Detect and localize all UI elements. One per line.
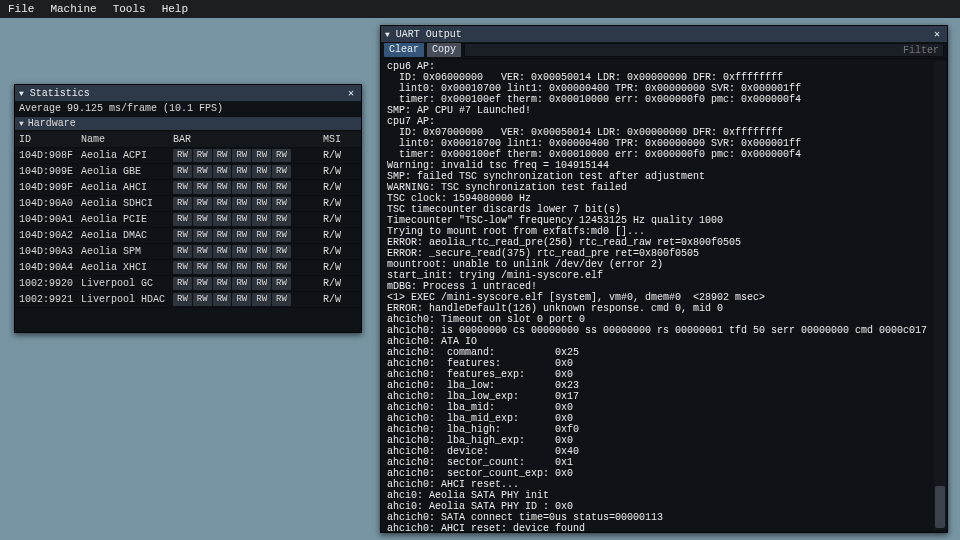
uart-titlebar[interactable]: UART Output ✕ — [381, 26, 947, 42]
rw-chip[interactable]: RW — [213, 277, 232, 290]
hw-msi: R/W — [319, 260, 361, 276]
rw-chip[interactable]: RW — [173, 277, 192, 290]
rw-chip[interactable]: RW — [272, 197, 291, 210]
rw-chip[interactable]: RW — [213, 293, 232, 306]
rw-chip[interactable]: RW — [213, 229, 232, 242]
rw-chip[interactable]: RW — [272, 277, 291, 290]
hw-bar: RWRWRWRWRWRW — [169, 244, 319, 260]
rw-chip[interactable]: RW — [232, 293, 251, 306]
rw-chip[interactable]: RW — [252, 229, 271, 242]
hw-name: Liverpool HDAC — [77, 292, 169, 308]
rw-chip[interactable]: RW — [232, 261, 251, 274]
rw-chip[interactable]: RW — [252, 277, 271, 290]
rw-chip[interactable]: RW — [173, 149, 192, 162]
menu-machine[interactable]: Machine — [46, 2, 100, 16]
rw-chip[interactable]: RW — [213, 261, 232, 274]
menu-file[interactable]: File — [4, 2, 38, 16]
rw-chip[interactable]: RW — [232, 165, 251, 178]
rw-chip[interactable]: RW — [173, 229, 192, 242]
rw-chip[interactable]: RW — [193, 197, 212, 210]
rw-chip[interactable]: RW — [193, 181, 212, 194]
rw-chip[interactable]: RW — [232, 197, 251, 210]
rw-chip[interactable]: RW — [272, 245, 291, 258]
uart-scrollbar[interactable] — [934, 61, 946, 530]
rw-chip[interactable]: RW — [173, 261, 192, 274]
uart-log-body: cpu6 AP: ID: 0x06000000 VER: 0x00050014 … — [381, 59, 947, 532]
hw-id: 1002:9920 — [15, 276, 77, 292]
rw-chip[interactable]: RW — [252, 261, 271, 274]
rw-chip[interactable]: RW — [193, 213, 212, 226]
table-row: 104D:908FAeolia ACPIRWRWRWRWRWRWR/W — [15, 148, 361, 164]
rw-chip[interactable]: RW — [272, 261, 291, 274]
rw-chip[interactable]: RW — [213, 149, 232, 162]
hw-bar: RWRWRWRWRWRW — [169, 292, 319, 308]
uart-scrollbar-thumb[interactable] — [935, 486, 945, 528]
rw-chip[interactable]: RW — [213, 181, 232, 194]
hw-id: 104D:90A2 — [15, 228, 77, 244]
rw-chip[interactable]: RW — [193, 149, 212, 162]
rw-chip[interactable]: RW — [173, 293, 192, 306]
hw-bar: RWRWRWRWRWRW — [169, 180, 319, 196]
table-row: 1002:9921Liverpool HDACRWRWRWRWRWRWR/W — [15, 292, 361, 308]
rw-chip[interactable]: RW — [213, 245, 232, 258]
hw-id: 104D:90A3 — [15, 244, 77, 260]
filter-input[interactable] — [464, 43, 944, 57]
rw-chip[interactable]: RW — [252, 149, 271, 162]
rw-chip[interactable]: RW — [193, 261, 212, 274]
hw-msi: R/W — [319, 276, 361, 292]
rw-chip[interactable]: RW — [272, 181, 291, 194]
copy-button[interactable]: Copy — [427, 43, 461, 57]
collapse-icon[interactable] — [19, 118, 24, 129]
rw-chip[interactable]: RW — [193, 245, 212, 258]
rw-chip[interactable]: RW — [272, 229, 291, 242]
rw-chip[interactable]: RW — [193, 165, 212, 178]
hw-name: Aeolia GBE — [77, 164, 169, 180]
rw-chip[interactable]: RW — [252, 213, 271, 226]
statistics-titlebar[interactable]: Statistics ✕ — [15, 85, 361, 101]
hardware-section-header[interactable]: Hardware — [15, 116, 361, 131]
hw-name: Aeolia XHCI — [77, 260, 169, 276]
uart-toolbar: Clear Copy — [381, 42, 947, 59]
collapse-icon[interactable] — [19, 88, 26, 99]
rw-chip[interactable]: RW — [232, 277, 251, 290]
rw-chip[interactable]: RW — [252, 293, 271, 306]
rw-chip[interactable]: RW — [213, 213, 232, 226]
col-header-bar: BAR — [169, 132, 319, 148]
rw-chip[interactable]: RW — [213, 197, 232, 210]
rw-chip[interactable]: RW — [213, 165, 232, 178]
rw-chip[interactable]: RW — [252, 181, 271, 194]
rw-chip[interactable]: RW — [272, 293, 291, 306]
rw-chip[interactable]: RW — [173, 197, 192, 210]
collapse-icon[interactable] — [385, 29, 392, 40]
menu-help[interactable]: Help — [158, 2, 192, 16]
rw-chip[interactable]: RW — [173, 213, 192, 226]
menu-tools[interactable]: Tools — [109, 2, 150, 16]
hw-msi: R/W — [319, 292, 361, 308]
close-icon[interactable]: ✕ — [345, 87, 357, 99]
close-icon[interactable]: ✕ — [931, 28, 943, 40]
rw-chip[interactable]: RW — [272, 165, 291, 178]
rw-chip[interactable]: RW — [272, 149, 291, 162]
rw-chip[interactable]: RW — [173, 245, 192, 258]
menu-bar: File Machine Tools Help — [0, 0, 960, 18]
rw-chip[interactable]: RW — [252, 165, 271, 178]
rw-chip[interactable]: RW — [232, 245, 251, 258]
rw-chip[interactable]: RW — [193, 293, 212, 306]
statistics-title: Statistics — [30, 88, 341, 99]
stats-average-line: Average 99.125 ms/frame (10.1 FPS) — [15, 101, 361, 116]
statistics-window: Statistics ✕ Average 99.125 ms/frame (10… — [14, 84, 362, 333]
rw-chip[interactable]: RW — [252, 245, 271, 258]
rw-chip[interactable]: RW — [272, 213, 291, 226]
hardware-table-container: ID Name BAR MSI 104D:908FAeolia ACPIRWRW… — [15, 131, 361, 332]
rw-chip[interactable]: RW — [193, 277, 212, 290]
rw-chip[interactable]: RW — [232, 149, 251, 162]
uart-log: cpu6 AP: ID: 0x06000000 VER: 0x00050014 … — [387, 61, 941, 532]
clear-button[interactable]: Clear — [384, 43, 424, 57]
rw-chip[interactable]: RW — [232, 229, 251, 242]
rw-chip[interactable]: RW — [173, 181, 192, 194]
rw-chip[interactable]: RW — [193, 229, 212, 242]
rw-chip[interactable]: RW — [232, 181, 251, 194]
rw-chip[interactable]: RW — [173, 165, 192, 178]
rw-chip[interactable]: RW — [252, 197, 271, 210]
rw-chip[interactable]: RW — [232, 213, 251, 226]
